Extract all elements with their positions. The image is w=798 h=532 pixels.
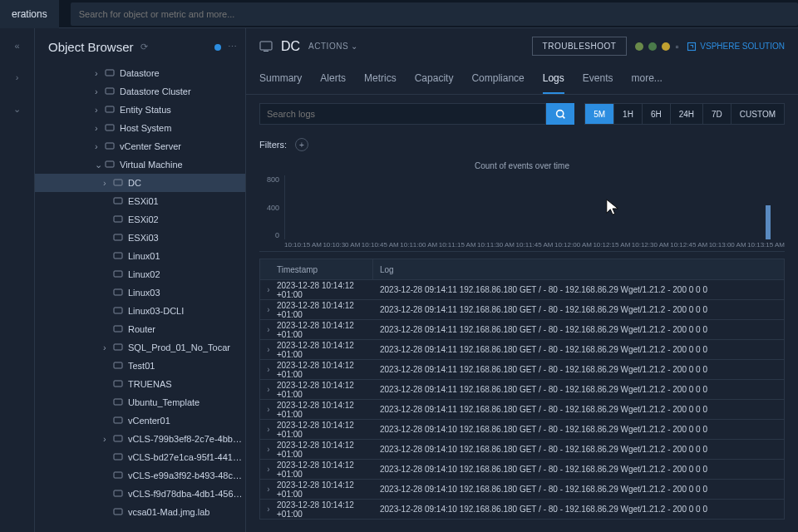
tab-summary[interactable]: Summary: [259, 67, 302, 94]
tree-item-dc[interactable]: ›DC: [35, 174, 245, 192]
tree-item-linux03[interactable]: Linux03: [35, 283, 245, 302]
tree-item-linux03-dcli[interactable]: Linux03-DCLI: [35, 302, 245, 320]
table-row[interactable]: ›2023-12-28 10:14:12 +01:002023-12-28 09…: [259, 500, 785, 520]
chevron-right-icon[interactable]: ›: [12, 71, 23, 83]
cell-log: 2023-12-28 09:14:11 192.168.86.180 GET /…: [373, 365, 784, 374]
tree-item-entity-status[interactable]: ›Entity Status: [35, 101, 245, 119]
health-warn-icon: [662, 42, 670, 51]
tree-item-esxi03[interactable]: ESXi03: [35, 229, 245, 247]
table-row[interactable]: ›2023-12-28 10:14:12 +01:002023-12-28 09…: [259, 300, 785, 320]
add-filter-button[interactable]: +: [295, 138, 308, 151]
tree-item-esxi02[interactable]: ESXi02: [35, 210, 245, 229]
tree-item-linux02[interactable]: Linux02: [35, 265, 245, 283]
vm-icon: [113, 470, 123, 480]
range-5m[interactable]: 5M: [584, 103, 614, 125]
vcenter-icon: [105, 141, 115, 151]
svg-rect-17: [114, 381, 122, 387]
tab-metrics[interactable]: Metrics: [364, 67, 397, 94]
tree-item-vcls-bd27e1ca-95f1-4415-9143-12cc-[interactable]: vCLS-bd27e1ca-95f1-4415-9143-12cc...: [35, 448, 245, 466]
table-row[interactable]: ›2023-12-28 10:14:12 +01:002023-12-28 09…: [259, 360, 785, 380]
tab-alerts[interactable]: Alerts: [320, 67, 346, 94]
tab-events[interactable]: Events: [583, 67, 613, 94]
logs-search-button[interactable]: [546, 103, 574, 125]
tree-item-datastore[interactable]: ›Datastore: [35, 64, 245, 82]
global-search-input[interactable]: [71, 2, 798, 26]
tree-item-vcls-e99a3f92-b493-48c7-aced-f4-[interactable]: vCLS-e99a3f92-b493-48c7-aced-f4...: [35, 466, 245, 485]
collapse-icon[interactable]: «: [12, 40, 23, 52]
expand-row-icon[interactable]: ›: [260, 485, 277, 494]
expand-row-icon[interactable]: ›: [260, 305, 277, 314]
expand-row-icon[interactable]: ›: [260, 465, 277, 474]
actions-dropdown[interactable]: ACTIONS ⌄: [308, 42, 358, 51]
tree-item-linux01[interactable]: Linux01: [35, 247, 245, 265]
table-row[interactable]: ›2023-12-28 10:14:12 +01:002023-12-28 09…: [259, 440, 785, 460]
tree-label: TRUENAS: [128, 379, 172, 389]
tree-item-vcls-f9d78dba-4db1-4565-8cd8-b-[interactable]: vCLS-f9d78dba-4db1-4565-8cd8-b...: [35, 485, 245, 503]
vsphere-link[interactable]: VSPHERE SOLUTION: [687, 42, 785, 52]
tree-item-sql-prod-01-no-tocar[interactable]: ›SQL_Prod_01_No_Tocar: [35, 338, 245, 357]
tree-item-virtual-machine[interactable]: ⌄Virtual Machine: [35, 155, 245, 174]
tree-item-vcls-799b3ef8-2c7e-4bbb-ace5-e-[interactable]: ›vCLS-799b3ef8-2c7e-4bbb-ace5-e...: [35, 430, 245, 448]
expand-row-icon[interactable]: ›: [260, 285, 277, 294]
tree-item-test01[interactable]: Test01: [35, 357, 245, 375]
expand-row-icon[interactable]: ›: [260, 345, 277, 354]
expand-row-icon[interactable]: ›: [260, 425, 277, 434]
tab-compliance[interactable]: Compliance: [471, 67, 524, 94]
svg-rect-1: [106, 88, 114, 94]
tree-item-vcenter01[interactable]: vCenter01: [35, 411, 245, 430]
range-7d[interactable]: 7D: [703, 103, 732, 125]
tab-logs[interactable]: Logs: [543, 67, 564, 94]
table-row[interactable]: ›2023-12-28 10:14:12 +01:002023-12-28 09…: [259, 320, 785, 340]
tree-label: Entity Status: [120, 105, 171, 115]
range-custom[interactable]: CUSTOM: [732, 103, 785, 125]
table-row[interactable]: ›2023-12-28 10:14:12 +01:002023-12-28 09…: [259, 400, 785, 420]
cell-log: 2023-12-28 09:14:10 192.168.86.180 GET /…: [373, 425, 784, 434]
expand-row-icon[interactable]: ›: [260, 325, 277, 334]
table-row[interactable]: ›2023-12-28 10:14:12 +01:002023-12-28 09…: [259, 280, 785, 300]
range-6h[interactable]: 6H: [643, 103, 671, 125]
table-row[interactable]: ›2023-12-28 10:14:12 +01:002023-12-28 09…: [259, 380, 785, 400]
svg-rect-12: [114, 289, 122, 295]
tree-item-esxi01[interactable]: ESXi01: [35, 192, 245, 210]
tree-item-router[interactable]: Router: [35, 320, 245, 338]
range-24h[interactable]: 24H: [671, 103, 703, 125]
chart-bar[interactable]: [766, 205, 771, 239]
expand-row-icon[interactable]: ›: [260, 365, 277, 374]
vm-icon: [113, 379, 123, 389]
svg-rect-21: [114, 454, 122, 460]
tab-capacity[interactable]: Capacity: [415, 67, 454, 94]
svg-rect-9: [114, 234, 122, 240]
expand-row-icon[interactable]: ›: [260, 385, 277, 394]
expand-row-icon[interactable]: ›: [260, 505, 277, 514]
ellipsis-icon[interactable]: ⋯: [228, 42, 237, 52]
tab-more[interactable]: more...: [631, 67, 662, 94]
table-row[interactable]: ›2023-12-28 10:14:12 +01:002023-12-28 09…: [259, 340, 785, 360]
cell-log: 2023-12-28 09:14:11 192.168.86.180 GET /…: [373, 385, 784, 394]
column-header-timestamp[interactable]: Timestamp: [260, 259, 373, 279]
svg-rect-15: [114, 344, 122, 350]
tree-item-vcenter-server[interactable]: ›vCenter Server: [35, 137, 245, 155]
cell-log: 2023-12-28 09:14:10 192.168.86.180 GET /…: [373, 505, 784, 514]
chevron-down-icon[interactable]: ⌄: [12, 103, 23, 115]
box-icon[interactable]: ▫: [675, 42, 678, 52]
tree-item-host-system[interactable]: ›Host System: [35, 119, 245, 137]
expand-row-icon[interactable]: ›: [260, 405, 277, 414]
range-1h[interactable]: 1H: [614, 103, 643, 125]
tree-item-ubuntu-template[interactable]: Ubuntu_Template: [35, 393, 245, 411]
logs-search-input[interactable]: [259, 103, 546, 125]
tree-item-vcsa01-mad-jmg-lab[interactable]: vcsa01-Mad.jmg.lab: [35, 503, 245, 521]
vm-icon: [113, 342, 123, 352]
column-header-log[interactable]: Log: [373, 265, 784, 274]
table-row[interactable]: ›2023-12-28 10:14:12 +01:002023-12-28 09…: [259, 460, 785, 480]
svg-rect-7: [114, 198, 122, 204]
tree-item-truenas[interactable]: TRUENAS: [35, 375, 245, 393]
table-row[interactable]: ›2023-12-28 10:14:12 +01:002023-12-28 09…: [259, 420, 785, 440]
chart-plot[interactable]: [284, 175, 785, 239]
table-row[interactable]: ›2023-12-28 10:14:12 +01:002023-12-28 09…: [259, 480, 785, 500]
tree-item-datastore-cluster[interactable]: ›Datastore Cluster: [35, 82, 245, 101]
refresh-icon[interactable]: ⟳: [140, 42, 148, 52]
svg-rect-22: [114, 472, 122, 478]
expand-row-icon[interactable]: ›: [260, 445, 277, 454]
troubleshoot-button[interactable]: TROUBLESHOOT: [532, 37, 628, 56]
chevron-icon: ›: [95, 86, 101, 96]
